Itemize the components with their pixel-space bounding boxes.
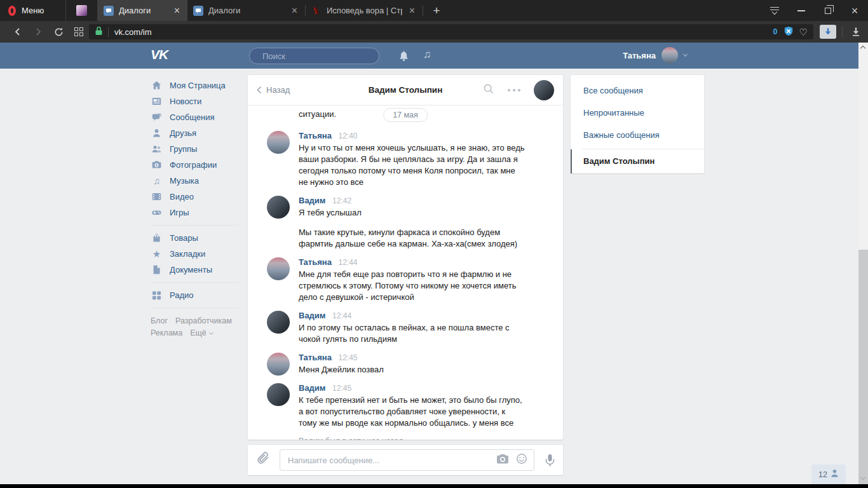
toolbar-separator <box>842 26 843 37</box>
scrollbar-thumb[interactable] <box>858 250 868 488</box>
vk-logo[interactable]: VK <box>151 47 168 62</box>
sidebar-item-games[interactable]: Игры <box>151 205 246 220</box>
tab-close-icon[interactable]: × <box>172 5 182 17</box>
tab-search-button[interactable] <box>761 0 788 21</box>
photo-camera-icon[interactable] <box>496 454 509 467</box>
pinned-tab[interactable] <box>66 0 98 21</box>
message-row: Татьяна 12:45 Меня Джейлик позвал <box>267 353 563 376</box>
footer-link-ads[interactable]: Реклама <box>151 329 182 337</box>
speed-dial-button[interactable] <box>69 27 89 36</box>
new-tab-button[interactable]: + <box>423 0 450 21</box>
avatar[interactable] <box>267 257 290 280</box>
browser-menu-button[interactable]: Меню <box>0 0 66 21</box>
filter-important[interactable]: Важные сообщения <box>571 124 704 146</box>
vk-search-box[interactable] <box>249 48 379 64</box>
vk-favicon <box>104 6 114 16</box>
tab-dialogi-active[interactable]: Диалоги × <box>98 0 187 21</box>
sender-name[interactable]: Татьяна <box>299 131 332 140</box>
sender-name[interactable]: Татьяна <box>299 353 332 362</box>
footer-link-more[interactable]: Ещё <box>190 329 213 337</box>
close-window-button[interactable]: × <box>841 0 868 21</box>
window-bottom-edge <box>0 484 868 488</box>
tab-title: Диалоги <box>119 6 167 15</box>
vk-top-header: VK ♫ Татьяна <box>0 43 858 69</box>
avatar[interactable] <box>267 383 290 406</box>
music-icon[interactable]: ♫ <box>423 48 431 61</box>
adblock-shield-icon[interactable] <box>783 26 794 38</box>
avatar[interactable] <box>267 353 290 376</box>
minimize-button[interactable] <box>788 0 815 21</box>
active-dialog-item[interactable]: Вадим Столыпин <box>571 149 704 173</box>
sender-name[interactable]: Вадим <box>299 311 325 320</box>
filter-unread[interactable]: Непрочитанные <box>571 102 704 124</box>
adblock-count: 0 <box>773 27 778 36</box>
sender-name[interactable]: Вадим <box>299 383 325 393</box>
download-extension-button[interactable] <box>820 25 836 39</box>
sidebar-item-music[interactable]: ♫ Музыка <box>151 173 246 189</box>
tab-close-icon[interactable]: × <box>290 5 299 17</box>
message-time: 12:40 <box>339 132 358 140</box>
sidebar-divider <box>151 308 238 308</box>
sidebar-item-video[interactable]: Видео <box>151 189 246 205</box>
tab-close-icon[interactable]: × <box>407 5 417 17</box>
sender-name[interactable]: Татьяна <box>299 257 332 267</box>
url-box[interactable]: vk.com/im 0 ♡ <box>89 24 813 39</box>
sidebar-item-friends[interactable]: Друзья <box>151 125 246 141</box>
tab-dialogi-2[interactable]: Диалоги × <box>187 0 305 21</box>
friends-online-widget[interactable]: 12 <box>811 464 846 484</box>
messages-icon <box>151 112 163 123</box>
avatar[interactable] <box>267 196 290 219</box>
sidebar-item-messages[interactable]: Сообщения <box>151 109 246 125</box>
downloads-button[interactable] <box>848 27 864 37</box>
tab-title: Исповедь вора | Страниц <box>327 6 402 15</box>
chat-peer-avatar[interactable] <box>534 80 554 100</box>
sender-name[interactable]: Вадим <box>299 196 325 205</box>
restore-button[interactable] <box>815 0 841 21</box>
reload-button[interactable] <box>48 27 69 37</box>
chat-menu-dots-icon[interactable] <box>508 89 520 92</box>
message-text: Меня Джейлик позвал <box>299 364 525 376</box>
address-bar: vk.com/im 0 ♡ <box>0 21 868 43</box>
sidebar-item-goods[interactable]: Товары <box>151 230 246 246</box>
avatar[interactable] <box>267 311 290 334</box>
notifications-bell-icon[interactable] <box>398 50 409 64</box>
message-time: 12:45 <box>339 353 358 362</box>
bookmark-heart-icon[interactable]: ♡ <box>799 27 808 37</box>
message-row: Вадим 12:45 К тебе претензий нет и быть … <box>267 383 563 429</box>
site-favicon <box>311 6 322 16</box>
vk-search-input[interactable] <box>261 51 376 62</box>
groups-icon <box>151 144 163 154</box>
bag-icon <box>151 233 163 243</box>
forward-button[interactable] <box>28 27 48 37</box>
sidebar-item-my-page[interactable]: Моя Страница <box>151 78 246 93</box>
sidebar-item-groups[interactable]: Группы <box>151 141 246 157</box>
smiley-icon[interactable] <box>516 453 527 467</box>
sidebar-item-bookmarks[interactable]: ★ Закладки <box>151 246 246 262</box>
tab-ispoved-vora[interactable]: Исповедь вора | Страниц × <box>306 0 423 21</box>
message-input[interactable] <box>287 455 491 466</box>
attach-paperclip-icon[interactable] <box>256 452 270 468</box>
home-icon <box>151 80 163 91</box>
pinned-tab-favicon <box>76 5 87 16</box>
message-row: Татьяна 12:44 Мне для тебя еще раз повто… <box>267 257 563 303</box>
person-icon <box>831 469 839 480</box>
scroll-up-arrow-icon[interactable] <box>860 46 865 51</box>
footer-link-blog[interactable]: Блог <box>151 316 168 325</box>
page-scrollbar[interactable] <box>858 43 868 484</box>
back-button[interactable] <box>8 27 28 37</box>
chevron-left-icon <box>257 86 262 94</box>
sidebar-item-documents[interactable]: Документы <box>151 262 246 278</box>
message-time: 12:44 <box>332 311 351 320</box>
speed-dial-icon <box>74 27 83 36</box>
user-menu[interactable]: Татьяна <box>623 47 687 64</box>
back-button[interactable]: Назад <box>257 85 290 95</box>
footer-link-developers[interactable]: Разработчикам <box>175 316 232 325</box>
sidebar-footer: Блог Разработчикам Реклама Ещё <box>151 316 252 337</box>
sidebar-item-radio[interactable]: Радио <box>151 287 246 303</box>
avatar[interactable] <box>267 131 290 154</box>
filter-all-messages[interactable]: Все сообщения <box>571 79 704 102</box>
microphone-icon[interactable] <box>545 454 555 467</box>
chat-search-icon[interactable] <box>483 83 494 97</box>
sidebar-item-news[interactable]: Новости <box>151 93 246 109</box>
sidebar-item-photos[interactable]: Фотографии <box>151 157 246 173</box>
